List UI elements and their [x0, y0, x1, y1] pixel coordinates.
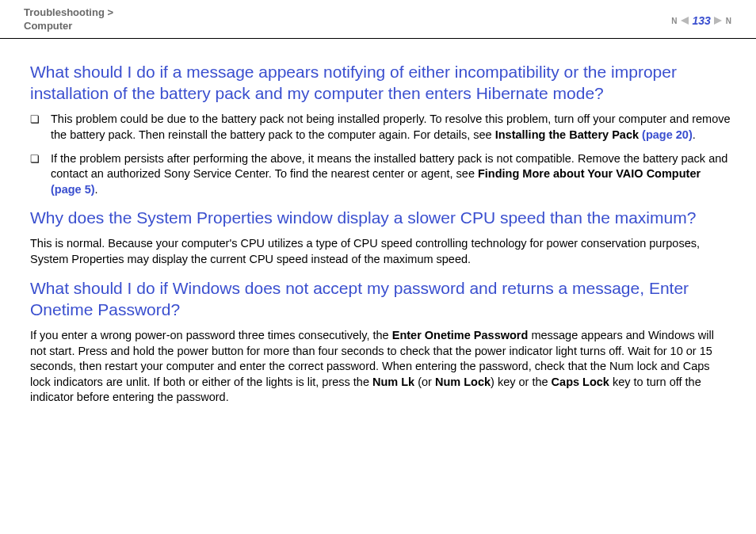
bold-term: Num Lock — [435, 376, 491, 388]
body-paragraph: This is normal. Because your computer's … — [30, 236, 732, 267]
body-paragraph: If you enter a wrong power-on password t… — [30, 328, 732, 406]
bold-ref: Installing the Battery Pack — [495, 128, 639, 141]
bullet-text-after: . — [693, 128, 696, 141]
text-part: (or — [414, 376, 435, 388]
breadcrumb-level2: Computer — [24, 20, 72, 32]
next-page-icon[interactable] — [714, 17, 722, 25]
text-part: If you enter a wrong power-on password t… — [30, 329, 392, 341]
page-content: What should I do if a message appears no… — [0, 39, 756, 428]
nav-n-right: N — [725, 17, 732, 25]
page-link[interactable]: (page 20) — [642, 128, 693, 141]
prev-page-icon[interactable] — [681, 17, 689, 25]
breadcrumb: Troubleshooting > Computer — [24, 6, 113, 33]
bold-term: Enter Onetime Password — [392, 329, 529, 341]
bold-term: Num Lk — [372, 376, 414, 388]
bold-ref: Finding More about Your VAIO Computer — [478, 167, 701, 180]
bold-term: Caps Lock — [552, 376, 609, 388]
page-number: 133 — [692, 14, 710, 27]
bullet-list-1: This problem could be due to the battery… — [30, 112, 732, 197]
page-header: Troubleshooting > Computer N 133 N — [0, 0, 756, 39]
section-heading-2: Why does the System Properties window di… — [30, 207, 732, 228]
breadcrumb-level1: Troubleshooting > — [24, 6, 113, 18]
nav-n-left: N — [670, 17, 678, 25]
section-heading-3: What should I do if Windows does not acc… — [30, 277, 732, 321]
bullet-text-after: . — [95, 183, 98, 196]
page-link[interactable]: (page 5) — [51, 183, 95, 196]
list-item: This problem could be due to the battery… — [30, 112, 732, 143]
list-item: If the problem persists after performing… — [30, 151, 732, 198]
page-indicator: N 133 N — [670, 6, 732, 27]
text-part: ) key or the — [491, 376, 552, 388]
section-heading-1: What should I do if a message appears no… — [30, 61, 732, 105]
